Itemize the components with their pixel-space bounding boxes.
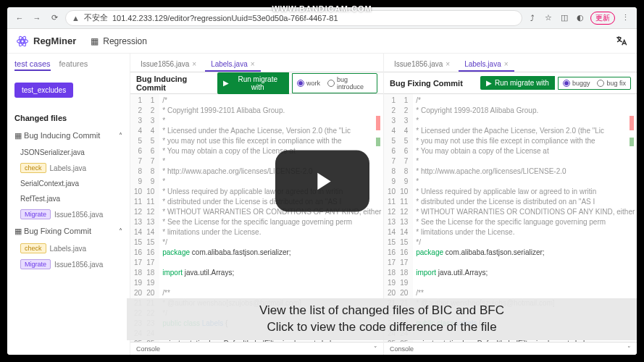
app-name: RegMiner xyxy=(33,35,76,46)
file-item[interactable]: JSONSerializer.java xyxy=(14,145,122,160)
left-head: Bug Inducing Commit ▶ Run migrate with w… xyxy=(130,72,383,94)
run-migrate-button[interactable]: ▶ Run migrate with xyxy=(217,72,289,94)
update-pill[interactable]: 更新 xyxy=(590,12,615,25)
migrate-tag: Migrate xyxy=(20,259,51,269)
check-tag: check xyxy=(20,243,46,253)
left-tabs: Issue1856.java× Labels.java× xyxy=(130,54,383,72)
console-bar[interactable]: Console˅ xyxy=(130,342,383,355)
radio-work[interactable]: work xyxy=(297,80,320,87)
forward-button[interactable]: → xyxy=(30,12,43,25)
share-icon[interactable]: ⤴ xyxy=(527,12,538,24)
bic-tree-head[interactable]: ▦ Bug Inducing Commit˄ xyxy=(14,127,122,145)
ext2-icon[interactable]: ◐ xyxy=(574,12,586,24)
test-excludes-button[interactable]: test_excludes xyxy=(14,83,73,98)
bfc-tree-head[interactable]: ▦ Bug Fixing Commit˄ xyxy=(14,222,122,240)
pane-title: Bug Fixing Commit xyxy=(390,79,463,88)
file-item[interactable]: MigrateIssue1856.java xyxy=(14,206,122,222)
regression-label: Regression xyxy=(103,36,147,46)
reload-button[interactable]: ⟳ xyxy=(48,12,61,25)
sidebar: test cases features test_excludes Change… xyxy=(7,54,130,355)
run-migrate-button[interactable]: ▶ Run migrate with xyxy=(480,76,555,90)
menu-icon[interactable]: ⋮ xyxy=(619,12,631,24)
close-icon[interactable]: × xyxy=(446,60,450,68)
back-button[interactable]: ← xyxy=(13,12,26,25)
close-icon[interactable]: × xyxy=(251,60,255,68)
tab-test-cases[interactable]: test cases xyxy=(14,59,51,71)
run-options: work bug introduce xyxy=(292,73,377,93)
radio-buggy[interactable]: buggy xyxy=(563,80,590,87)
logo-icon xyxy=(16,35,29,48)
ext1-icon[interactable]: ◫ xyxy=(559,12,570,24)
right-head: Bug Fixing Commit ▶ Run migrate with bug… xyxy=(384,72,637,94)
close-icon[interactable]: × xyxy=(192,60,196,68)
insecure-label: 不安全 xyxy=(84,12,108,23)
right-tabs: Issue1856.java× Labels.java× xyxy=(384,54,637,72)
file-item[interactable]: checkLabels.java xyxy=(14,160,122,176)
changed-files-title: Changed files xyxy=(14,114,122,122)
radio-bug-fix[interactable]: bug fix xyxy=(597,80,626,87)
migrate-tag: Migrate xyxy=(20,209,51,219)
url-text: 101.42.233.129/editor?regressionUuid=53e… xyxy=(112,14,338,22)
insecure-icon: ▲ xyxy=(72,14,80,22)
translate-icon[interactable] xyxy=(615,35,628,48)
browser-actions: ⤴ ☆ ◫ ◐ 更新 ⋮ xyxy=(527,12,631,25)
file-item[interactable]: MigrateIssue1856.java xyxy=(14,256,122,272)
file-item[interactable]: SerialContext.java xyxy=(14,176,122,191)
minimap xyxy=(630,116,635,159)
star-icon[interactable]: ☆ xyxy=(543,12,554,24)
run-options: buggy bug fix xyxy=(558,77,631,90)
check-tag: check xyxy=(20,163,46,173)
minimap xyxy=(376,116,382,159)
grid-icon: ▦ xyxy=(91,36,99,46)
chevron-down-icon[interactable]: ˅ xyxy=(627,345,631,353)
video-caption: View the list of changed files of BIC an… xyxy=(127,298,637,340)
tab-file[interactable]: Labels.java× xyxy=(205,57,260,72)
app-header: RegMiner ▦ Regression xyxy=(7,29,637,54)
tab-file[interactable]: Issue1856.java× xyxy=(135,57,202,72)
tab-file[interactable]: Labels.java× xyxy=(459,57,514,72)
close-icon[interactable]: × xyxy=(504,60,509,68)
play-icon xyxy=(308,167,337,195)
address-bar[interactable]: ▲ 不安全 101.42.233.129/editor?regressionUu… xyxy=(65,10,522,26)
pane-title: Bug Inducing Commit xyxy=(136,75,214,92)
side-tabs: test cases features xyxy=(14,58,122,75)
video-play-button[interactable] xyxy=(275,151,369,212)
tab-file[interactable]: Issue1856.java× xyxy=(388,57,456,72)
file-item[interactable]: RefTest.java xyxy=(14,191,122,206)
browser-toolbar: ← → ⟳ ▲ 不安全 101.42.233.129/editor?regres… xyxy=(7,7,637,29)
regression-tab[interactable]: ▦ Regression xyxy=(91,36,147,46)
radio-bug-introduce[interactable]: bug introduce xyxy=(327,76,372,90)
console-bar[interactable]: Console˅ xyxy=(384,342,637,355)
file-item[interactable]: checkLabels.java xyxy=(14,240,122,256)
tab-features[interactable]: features xyxy=(59,59,88,71)
svg-point-0 xyxy=(21,39,25,43)
app-logo[interactable]: RegMiner xyxy=(16,35,76,48)
chevron-down-icon[interactable]: ˅ xyxy=(374,345,377,353)
